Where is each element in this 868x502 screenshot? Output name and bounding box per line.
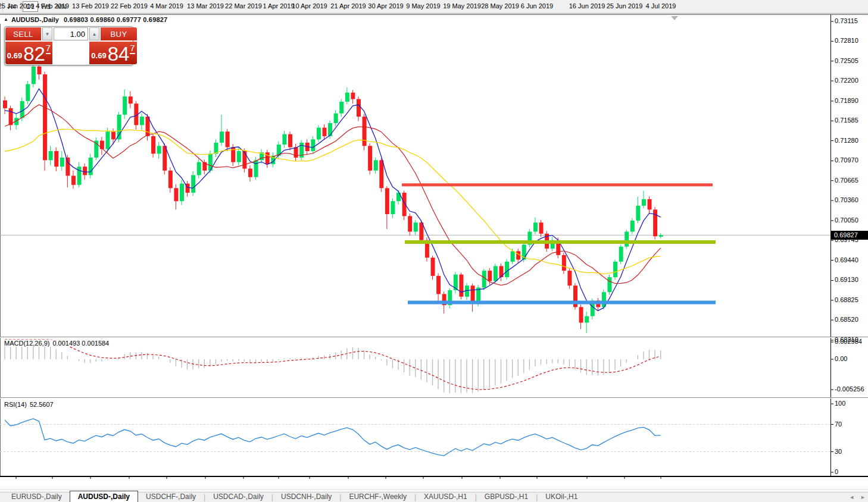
volume-decrease-button[interactable]: ▼ — [42, 27, 52, 40]
sell-button[interactable]: SELL — [5, 27, 41, 40]
price-axis-tick: 0.71585 — [835, 117, 858, 124]
tab-scroll-right-icon[interactable]: ► — [860, 494, 866, 500]
chart-canvas[interactable] — [0, 0, 868, 502]
tab-eurusd-daily[interactable]: EURUSD-,Daily — [4, 492, 70, 502]
one-click-trading-widget: SELL ▼ ▲ BUY 0.69 82 7 0.69 84 7 — [4, 26, 133, 65]
sell-price-tile[interactable]: 0.69 82 7 — [5, 42, 52, 64]
tab-scroll-left-icon[interactable]: ◄ — [849, 494, 854, 500]
sell-price-main: 82 — [23, 45, 45, 62]
price-axis-tick: 0.71280 — [835, 137, 858, 144]
chart-title: AUDUSD-,Daily — [11, 16, 59, 23]
price-axis-tick: 0.73115 — [835, 17, 858, 24]
tab-eurchf-weekly[interactable]: EURCHF-,Weekly — [341, 492, 414, 502]
tab-usdcnh-daily[interactable]: USDCNH-,Daily — [273, 492, 339, 502]
price-axis-tick: 0.72200 — [835, 77, 858, 84]
tab-gbpusd-h1[interactable]: GBPUSD-,H1 — [477, 492, 536, 502]
volume-increase-button[interactable]: ▲ — [89, 27, 99, 40]
buy-button[interactable]: BUY — [101, 27, 137, 40]
rsi-axis-tick: 100 — [835, 400, 845, 407]
date-axis-label: 4 Jul 2019 — [636, 2, 686, 10]
tab-xauusd-h1[interactable]: XAUUSD-,H1 — [416, 492, 475, 502]
macd-indicator-label: MACD(12,26,9)0.001493 0.001584 — [4, 340, 109, 347]
price-axis-tick: 0.72505 — [835, 57, 858, 64]
chart-caption: ▲ AUDUSD-,Daily 0.69803 0.69860 0.69777 … — [0, 15, 828, 24]
tab-usdcad-daily[interactable]: USDCAD-,Daily — [205, 492, 271, 502]
rsi-axis-tick: 70 — [835, 421, 842, 428]
rsi-indicator-label: RSI(14)52.5607 — [4, 401, 54, 408]
price-axis-tick: 0.68520 — [835, 316, 858, 323]
chart-tabs-bar: EURUSD-,DailyAUDUSD-,DailyUSDCHF-,Daily|… — [0, 492, 868, 502]
buy-price-prefix: 0.69 — [91, 51, 106, 60]
price-axis-tick: 0.68825 — [835, 296, 858, 303]
buy-price-tile[interactable]: 0.69 84 7 — [89, 42, 137, 64]
chart-ohlc-values: 0.69803 0.69860 0.69777 0.69827 — [64, 16, 167, 23]
rsi-value: 52.5607 — [30, 401, 54, 408]
mt4-window: H4D1W1MN ▲ AUDUSD-,Daily 0.69803 0.69860… — [0, 0, 868, 502]
price-axis-tick: 0.70970 — [835, 156, 858, 164]
macd-axis-tick: 0.00 — [835, 355, 847, 362]
rsi-name: RSI(14) — [4, 401, 27, 408]
price-axis-tick: 0.72810 — [835, 37, 858, 44]
price-axis-tick: 0.70665 — [835, 177, 858, 184]
rsi-axis-tick: 30 — [835, 448, 842, 455]
tab-scroll-arrows: ◄► — [849, 494, 866, 500]
sell-price-prefix: 0.69 — [7, 51, 22, 60]
price-axis-tick: 0.69130 — [835, 276, 858, 283]
macd-name: MACD(12,26,9) — [4, 340, 49, 347]
sell-price-pip: 7 — [46, 43, 51, 54]
macd-values: 0.001493 0.001584 — [52, 340, 109, 347]
tab-audusd-daily[interactable]: AUDUSD-,Daily — [70, 491, 138, 502]
price-axis-tick: 0.71890 — [835, 97, 858, 104]
volume-input[interactable] — [54, 27, 88, 40]
price-axis-tick: 0.69440 — [835, 256, 858, 263]
buy-price-main: 84 — [108, 45, 130, 62]
price-axis-tick: 0.70050 — [835, 217, 858, 224]
date-axis-label: 6 Jun 2019 — [512, 2, 562, 10]
tab-usdchf-daily[interactable]: USDCHF-,Daily — [138, 492, 204, 502]
chart-shift-marker-icon[interactable] — [671, 16, 678, 20]
current-price-badge: 0.69827 — [831, 231, 868, 240]
rsi-axis-tick: 0 — [835, 468, 838, 475]
symbol-marker-icon: ▲ — [4, 17, 8, 22]
macd-axis-tick: 0.002984 — [835, 338, 862, 345]
tab-ukoil-h1[interactable]: UKOil-,H1 — [538, 492, 585, 502]
price-axis-tick: 0.70360 — [835, 196, 858, 203]
buy-price-pip: 7 — [130, 43, 135, 54]
macd-axis-tick: -0.005256 — [835, 385, 864, 393]
